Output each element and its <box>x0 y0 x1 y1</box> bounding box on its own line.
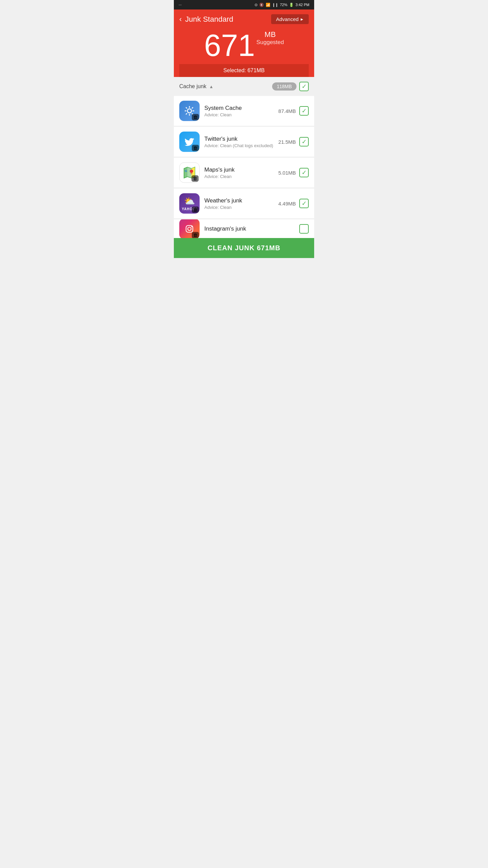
twitter-right: 21.5MB ✓ <box>278 137 309 146</box>
hero-stats: 671 MB Suggested <box>179 30 309 64</box>
hero-subtitle: Suggested <box>256 39 284 46</box>
checkbox-empty <box>303 226 305 232</box>
svg-line-5 <box>186 107 187 108</box>
hero-suffix: MB Suggested <box>255 30 284 48</box>
checkmark-icon: ✓ <box>302 108 307 114</box>
maps-right: 5.01MB ✓ <box>278 168 309 177</box>
checkmark-icon: ✓ <box>302 139 307 145</box>
svg-marker-10 <box>184 167 187 178</box>
advanced-label: Advanced <box>276 16 299 22</box>
section-right: 118MB ✓ <box>272 82 309 91</box>
weather-size: 4.49MB <box>278 201 296 206</box>
twitter-name: Twitter's junk <box>204 136 273 142</box>
advanced-button[interactable]: Advanced ► <box>271 14 309 24</box>
checkmark-icon: ✓ <box>302 170 307 176</box>
twitter-checkbox[interactable]: ✓ <box>299 137 309 146</box>
svg-point-15 <box>190 173 192 174</box>
hero-number: 671 <box>204 30 255 61</box>
list-item: 🗑 Instagram's junk <box>174 219 314 238</box>
hero-unit: MB <box>256 30 284 39</box>
content: Cache junk ▲ 118MB ✓ <box>174 77 314 238</box>
twitter-icon: 🗑 <box>179 132 200 152</box>
instagram-right <box>299 224 309 234</box>
back-button[interactable]: ‹ <box>179 15 182 24</box>
system-cache-right: 87.4MB ✓ <box>278 106 309 116</box>
nfc-icon: ⊙ <box>255 3 258 7</box>
weather-info: Weather's junk Advice: Clean <box>204 197 273 210</box>
checkmark-icon: ✓ <box>302 83 307 90</box>
svg-point-0 <box>187 109 191 113</box>
maps-name: Maps's junk <box>204 166 273 173</box>
trash-icon: 🗑 <box>192 206 199 213</box>
weather-advice: Advice: Clean <box>204 205 273 210</box>
svg-point-14 <box>190 170 193 173</box>
trash-icon: 🗑 <box>192 114 199 120</box>
twitter-size: 21.5MB <box>278 139 296 145</box>
instagram-name: Instagram's junk <box>204 225 294 232</box>
svg-point-18 <box>191 226 192 227</box>
list-item: ⛅ YAHOO! 🗑 Weather's junk Advice: Clean … <box>174 189 314 219</box>
page-title: Junk Standard <box>185 15 233 24</box>
status-bar: ··· ⊙ 🔇 📶 ❙❙ 72% 🔋 3:42 PM <box>174 0 314 9</box>
trash-icon: 🗑 <box>192 145 199 151</box>
status-right: ⊙ 🔇 📶 ❙❙ 72% 🔋 3:42 PM <box>255 3 309 7</box>
battery-icon: 🔋 <box>289 3 294 7</box>
system-cache-advice: Advice: Clean <box>204 112 273 117</box>
header: ‹ Junk Standard Advanced ► 671 MB Sugges… <box>174 9 314 77</box>
time: 3:42 PM <box>296 3 309 7</box>
cache-select-all-checkbox[interactable]: ✓ <box>299 82 309 91</box>
cache-size-badge: 118MB <box>272 82 297 91</box>
hero-number-group: 671 MB Suggested <box>179 30 309 61</box>
battery-percent: 72% <box>280 3 287 7</box>
selected-bar: Selected: 671MB <box>179 64 309 77</box>
status-dots: ··· <box>179 3 182 7</box>
status-left: ··· <box>179 3 182 7</box>
list-item: 🗑 System Cache Advice: Clean 87.4MB ✓ <box>174 96 314 126</box>
maps-checkbox[interactable]: ✓ <box>299 168 309 177</box>
clean-junk-button[interactable]: CLEAN JUNK 671MB <box>174 238 314 258</box>
collapse-icon[interactable]: ▲ <box>209 84 214 89</box>
twitter-info: Twitter's junk Advice: Clean (Chat logs … <box>204 136 273 148</box>
weather-icon: ⛅ YAHOO! 🗑 <box>179 193 200 214</box>
maps-info: Maps's junk Advice: Clean <box>204 166 273 179</box>
system-cache-checkbox[interactable]: ✓ <box>299 106 309 116</box>
header-title-group: ‹ Junk Standard <box>179 15 233 24</box>
junk-list: 🗑 System Cache Advice: Clean 87.4MB ✓ 🗑 <box>174 96 314 238</box>
svg-point-17 <box>188 227 191 231</box>
maps-size: 5.01MB <box>278 170 296 176</box>
instagram-info: Instagram's junk <box>204 225 294 232</box>
maps-advice: Advice: Clean <box>204 174 273 179</box>
instagram-icon: 🗑 <box>179 219 200 238</box>
selected-label: Selected: 671MB <box>223 67 265 73</box>
header-top: ‹ Junk Standard Advanced ► <box>179 14 309 24</box>
maps-icon: G 🗑 <box>179 162 200 183</box>
trash-icon: 🗑 <box>191 175 199 182</box>
system-cache-icon: 🗑 <box>179 101 200 121</box>
svg-text:G: G <box>185 169 187 173</box>
wifi-icon: 📶 <box>266 3 270 7</box>
system-cache-info: System Cache Advice: Clean <box>204 105 273 117</box>
trash-icon: 🗑 <box>192 232 199 238</box>
twitter-advice: Advice: Clean (Chat logs excluded) <box>204 143 273 148</box>
chevron-right-icon: ► <box>300 17 304 22</box>
weather-right: 4.49MB ✓ <box>278 199 309 208</box>
cache-section-header: Cache junk ▲ 118MB ✓ <box>174 77 314 96</box>
list-item: G 🗑 Maps's junk Advice: Clean 5.01MB ✓ <box>174 158 314 188</box>
weather-name: Weather's junk <box>204 197 273 204</box>
weather-checkbox[interactable]: ✓ <box>299 199 309 208</box>
section-title-group: Cache junk ▲ <box>179 83 214 90</box>
signal-icon: ❙❙ <box>272 3 278 7</box>
svg-line-7 <box>192 107 193 108</box>
system-cache-size: 87.4MB <box>278 108 296 114</box>
svg-line-8 <box>186 113 187 115</box>
instagram-checkbox[interactable] <box>299 224 309 234</box>
checkmark-icon: ✓ <box>302 200 307 206</box>
mute-icon: 🔇 <box>259 3 264 7</box>
cache-junk-label: Cache junk <box>179 83 206 90</box>
system-cache-name: System Cache <box>204 105 273 112</box>
list-item: 🗑 Twitter's junk Advice: Clean (Chat log… <box>174 127 314 157</box>
weather-emoji: ⛅ <box>184 196 195 206</box>
